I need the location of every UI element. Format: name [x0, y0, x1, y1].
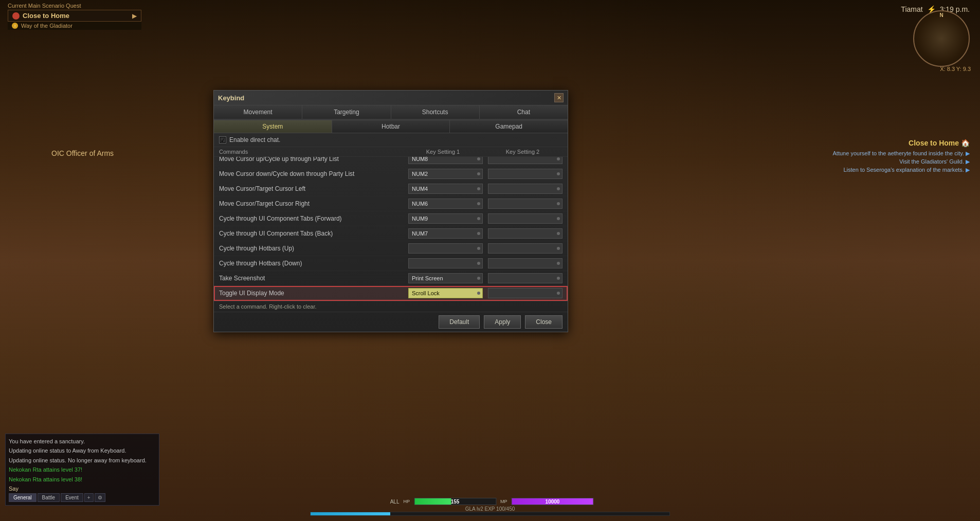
quest-sub-item[interactable]: ! Way of the Gladiator: [8, 22, 141, 30]
dialog-status: Select a command. Right-click to clear.: [214, 301, 568, 312]
command-row-13[interactable]: Take ScreenshotPrint Screen: [214, 271, 568, 286]
chat-message-3: Updating online status. No longer away f…: [9, 456, 156, 465]
key2-dot-12: [557, 262, 560, 265]
chat-say-label: Say: [9, 486, 19, 492]
command-name-10: Cycle through UI Component Tabs (Back): [219, 230, 408, 237]
command-row-5[interactable]: Move Cursor up/Cycle up through Party Li…: [214, 157, 568, 167]
quest-main-item[interactable]: Close to Home ▶: [8, 10, 141, 22]
quest-tracker-label: Current Main Scenario Quest: [8, 3, 141, 9]
direct-chat-checkbox[interactable]: ☑: [219, 136, 226, 143]
exp-bar: [310, 512, 670, 516]
command-key1-13[interactable]: Print Screen: [408, 273, 483, 283]
default-button[interactable]: Default: [439, 315, 480, 329]
minimap: [913, 10, 970, 67]
mp-bar-text: 10000: [512, 498, 593, 505]
key2-dot-14: [557, 292, 560, 295]
chat-tab-settings[interactable]: ⚙: [95, 493, 105, 502]
command-name-5: Move Cursor up/Cycle up through Party Li…: [219, 157, 408, 163]
exp-bar-container: GLA lv2 EXP 100/450: [310, 506, 670, 516]
tab-hotbar[interactable]: Hotbar: [332, 120, 450, 133]
dialog-tab-row-2: System Hotbar Gamepad: [214, 120, 568, 133]
col-key-setting-2: Key Setting 2: [483, 149, 562, 155]
chat-message-1: You have entered a sanctuary.: [9, 437, 156, 446]
key1-dot-10: [477, 232, 480, 235]
command-key1-8[interactable]: NUM6: [408, 199, 483, 209]
col-commands: Commands: [219, 149, 403, 155]
dialog-buttons: Default Apply Close: [214, 312, 568, 332]
command-key1-7[interactable]: NUM4: [408, 184, 483, 194]
commands-list[interactable]: ConfirmNUM0CancelNUM.Close UI Component/…: [214, 157, 568, 301]
tab-movement[interactable]: Movement: [214, 105, 302, 120]
key2-dot-10: [557, 232, 560, 235]
command-row-14[interactable]: Toggle UI Display ModeScroll Lock: [214, 286, 568, 301]
key1-dot-13: [477, 277, 480, 280]
command-key2-7[interactable]: [488, 184, 562, 194]
hp-bar-text: 155: [414, 498, 496, 505]
key2-dot-7: [557, 187, 560, 190]
key1-dot-12: [477, 262, 480, 265]
quest-arrow-icon: ▶: [132, 12, 137, 20]
hpmp-container: ALL HP 155 MP 10000: [386, 498, 593, 507]
chat-message-2: Updating online status to Away from Keyb…: [9, 446, 156, 455]
command-row-6[interactable]: Move Cursor down/Cycle down through Part…: [214, 167, 568, 182]
command-row-9[interactable]: Cycle through UI Component Tabs (Forward…: [214, 211, 568, 226]
chat-tab-event[interactable]: Event: [61, 493, 83, 502]
command-key1-6[interactable]: NUM2: [408, 169, 483, 179]
key2-dot-6: [557, 172, 560, 175]
chat-tabs: General Battle Event + ⚙: [9, 493, 156, 502]
command-key1-11[interactable]: [408, 243, 483, 254]
key1-dot-5: [477, 157, 480, 160]
command-key2-5[interactable]: [488, 157, 562, 164]
command-key2-13[interactable]: [488, 273, 562, 283]
close-button[interactable]: Close: [525, 315, 562, 329]
key2-dot-11: [557, 247, 560, 250]
command-key2-8[interactable]: [488, 199, 562, 209]
key2-dot-9: [557, 217, 560, 220]
chat-tab-general[interactable]: General: [9, 493, 37, 502]
direct-chat-row: ☑ Enable direct chat.: [214, 133, 568, 147]
command-name-12: Cycle through Hotbars (Down): [219, 260, 408, 267]
command-key1-5[interactable]: NUM8: [408, 157, 483, 164]
tab-chat[interactable]: Chat: [480, 105, 568, 120]
key1-dot-14: [477, 292, 480, 295]
commands-header: Commands Key Setting 1 Key Setting 2: [214, 147, 568, 157]
command-key2-9[interactable]: [488, 213, 562, 224]
tab-shortcuts[interactable]: Shortcuts: [391, 105, 480, 120]
key1-dot-6: [477, 172, 480, 175]
chat-tab-add[interactable]: +: [84, 493, 94, 502]
key1-dot-8: [477, 202, 480, 205]
tab-system[interactable]: System: [214, 120, 332, 133]
command-row-11[interactable]: Cycle through Hotbars (Up): [214, 241, 568, 256]
quest-info-panel: Close to Home 🏠 Attune yourself to the a…: [826, 139, 970, 175]
dialog-close-button[interactable]: ✕: [554, 93, 564, 102]
command-key1-9[interactable]: NUM9: [408, 213, 483, 224]
tab-gamepad[interactable]: Gamepad: [450, 120, 568, 133]
command-key1-12[interactable]: [408, 258, 483, 268]
quest-info-item-1: Attune yourself to the aetheryte found i…: [826, 150, 970, 157]
chat-input-row: Say: [9, 486, 156, 492]
quest-main-text: Close to Home: [23, 12, 69, 20]
command-key2-12[interactable]: [488, 258, 562, 268]
quest-icon: [12, 12, 20, 20]
tab-targeting[interactable]: Targeting: [302, 105, 391, 120]
chat-tab-battle[interactable]: Battle: [38, 493, 60, 502]
command-key2-10[interactable]: [488, 228, 562, 239]
command-key2-11[interactable]: [488, 243, 562, 254]
command-key1-14[interactable]: Scroll Lock: [408, 288, 483, 298]
dialog-title-bar: Keybind ✕: [214, 91, 568, 105]
command-key2-6[interactable]: [488, 169, 562, 179]
command-key2-14[interactable]: [488, 288, 562, 298]
quest-info-title: Close to Home 🏠: [826, 139, 970, 147]
mp-bar-container: 10000: [512, 498, 594, 505]
command-row-12[interactable]: Cycle through Hotbars (Down): [214, 256, 568, 271]
command-row-8[interactable]: Move Cursor/Target Cursor RightNUM6: [214, 196, 568, 211]
chat-message-5: Nekokan Rta attains level 38!: [9, 475, 156, 484]
apply-button[interactable]: Apply: [484, 315, 521, 329]
mp-icon: MP: [500, 499, 507, 504]
quest-tracker: Current Main Scenario Quest Close to Hom…: [8, 3, 141, 30]
quest-sub-icon: !: [12, 23, 18, 29]
minimap-coords: X: 8.3 Y: 9.3: [940, 66, 971, 72]
command-key1-10[interactable]: NUM7: [408, 228, 483, 239]
command-row-10[interactable]: Cycle through UI Component Tabs (Back)NU…: [214, 226, 568, 241]
command-row-7[interactable]: Move Cursor/Target Cursor LeftNUM4: [214, 182, 568, 196]
